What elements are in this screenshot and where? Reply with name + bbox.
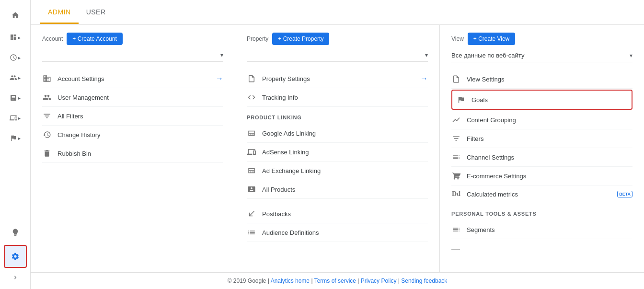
- rubbish-bin-label: Rubbish Bin: [58, 150, 223, 157]
- sidebar-icon-audience[interactable]: ▸: [1, 68, 30, 87]
- view-header-row: View + Create View: [451, 33, 632, 45]
- goals-icon: [456, 95, 466, 104]
- account-settings-label: Account Settings: [58, 75, 210, 82]
- main-area: ADMIN USER Account + Create Account ▾ Ac…: [31, 0, 644, 289]
- property-dropdown-arrow: ▾: [425, 52, 428, 58]
- more-indicator: —: [451, 244, 460, 254]
- tab-user[interactable]: USER: [79, 0, 114, 24]
- adsense-icon: [247, 148, 256, 156]
- view-label: View: [451, 35, 464, 42]
- content-grouping-icon: [451, 116, 461, 124]
- all-products-icon: [247, 185, 256, 194]
- account-column: Account + Create Account ▾ Account Setti…: [31, 25, 235, 272]
- property-header-row: Property + Create Property: [247, 33, 428, 45]
- sidebar-icon-settings[interactable]: [4, 245, 27, 268]
- privacy-policy-link[interactable]: Privacy Policy: [361, 277, 397, 284]
- audience-definitions-icon: [247, 228, 256, 237]
- account-settings-arrow: →: [216, 74, 223, 83]
- property-column: Property + Create Property ▾ Property Se…: [235, 25, 440, 272]
- sidebar-icon-goals[interactable]: ▸: [1, 128, 30, 148]
- view-dropdown-text: Все данные по веб-сайту: [451, 52, 630, 59]
- segments-label: Segments: [467, 226, 632, 233]
- menu-item-filters[interactable]: Filters: [451, 129, 632, 148]
- calculated-metrics-icon: Dd: [451, 190, 461, 198]
- view-settings-label: View Settings: [467, 76, 632, 83]
- account-header-row: Account + Create Account: [42, 33, 223, 45]
- tracking-info-label: Tracking Info: [262, 94, 428, 101]
- menu-item-google-ads[interactable]: Google Ads Linking: [247, 124, 428, 143]
- behavior-arrow: ▸: [18, 116, 21, 121]
- sidebar-icon-acquisition[interactable]: ▸: [1, 88, 30, 107]
- ecommerce-settings-label: E-commerce Settings: [467, 173, 632, 180]
- filters-label: Filters: [467, 135, 632, 142]
- acquisition-arrow: ▸: [18, 95, 21, 101]
- sidebar-icon-dashboard[interactable]: ▸: [1, 28, 30, 47]
- rubbish-bin-icon: [42, 149, 52, 158]
- product-linking-label: PRODUCT LINKING: [247, 115, 428, 120]
- menu-item-rubbish-bin[interactable]: Rubbish Bin: [42, 144, 223, 163]
- ad-exchange-icon: [247, 166, 256, 175]
- dashboard-arrow: ▸: [18, 35, 21, 40]
- reports-arrow: ▸: [18, 55, 21, 60]
- account-dropdown[interactable]: ▾: [42, 49, 223, 62]
- menu-item-segments[interactable]: Segments: [451, 220, 632, 239]
- postbacks-icon: [247, 209, 256, 218]
- property-dropdown[interactable]: ▾: [247, 49, 428, 62]
- menu-item-more: —: [451, 239, 632, 259]
- view-column: View + Create View Все данные по веб-сай…: [440, 25, 644, 272]
- menu-item-all-filters[interactable]: All Filters: [42, 107, 223, 126]
- channel-settings-icon: [451, 153, 461, 162]
- sidebar-bottom: [0, 221, 30, 289]
- view-dropdown-arrow: ▾: [630, 52, 632, 59]
- menu-item-calculated-metrics[interactable]: Dd Calculated metrics BETA: [451, 185, 632, 203]
- property-settings-icon: [247, 74, 256, 83]
- menu-item-change-history[interactable]: Change History: [42, 126, 223, 144]
- calculated-metrics-label: Calculated metrics: [467, 191, 610, 198]
- account-label: Account: [42, 35, 63, 42]
- menu-item-ecommerce-settings[interactable]: E-commerce Settings: [451, 167, 632, 185]
- view-dropdown[interactable]: Все данные по веб-сайту ▾: [451, 49, 632, 62]
- create-property-button[interactable]: + Create Property: [272, 33, 329, 45]
- segments-icon: [451, 225, 461, 234]
- sending-feedback-link[interactable]: Sending feedback: [401, 277, 447, 284]
- filters-icon: [451, 134, 461, 143]
- change-history-label: Change History: [58, 131, 223, 139]
- menu-item-tracking-info[interactable]: Tracking Info: [247, 88, 428, 107]
- terms-of-service-link[interactable]: Terms of service: [314, 277, 356, 284]
- user-management-icon: [42, 93, 52, 102]
- property-label: Property: [247, 35, 268, 42]
- adsense-label: AdSense Linking: [262, 149, 428, 156]
- menu-item-channel-settings[interactable]: Channel Settings: [451, 148, 632, 167]
- menu-item-adsense[interactable]: AdSense Linking: [247, 143, 428, 162]
- change-history-icon: [42, 130, 52, 139]
- top-tabs: ADMIN USER: [31, 0, 644, 25]
- all-filters-icon: [42, 112, 52, 120]
- account-dropdown-arrow: ▾: [220, 52, 223, 58]
- sidebar-icon-bulb[interactable]: [4, 221, 27, 244]
- menu-item-account-settings[interactable]: Account Settings →: [42, 69, 223, 88]
- menu-item-all-products[interactable]: All Products: [247, 180, 428, 199]
- menu-item-view-settings[interactable]: View Settings: [451, 70, 632, 89]
- account-settings-icon: [42, 74, 52, 83]
- goals-label: Goals: [472, 96, 628, 104]
- sidebar: ▸ ▸ ▸ ▸ ▸ ▸: [0, 0, 31, 289]
- goals-arrow: ▸: [18, 136, 21, 141]
- menu-item-postbacks[interactable]: Postbacks: [247, 205, 428, 223]
- sidebar-icon-home[interactable]: [4, 4, 27, 27]
- analytics-home-link[interactable]: Analytics home: [271, 277, 310, 284]
- audience-arrow: ▸: [18, 75, 21, 81]
- footer: © 2019 Google | Analytics home | Terms o…: [31, 272, 644, 289]
- sidebar-icon-behavior[interactable]: ▸: [1, 108, 30, 127]
- create-view-button[interactable]: + Create View: [468, 33, 516, 45]
- sidebar-icon-reports[interactable]: ▸: [1, 48, 30, 67]
- menu-item-audience-definitions[interactable]: Audience Definitions: [247, 223, 428, 242]
- menu-item-content-grouping[interactable]: Content Grouping: [451, 111, 632, 129]
- menu-item-goals[interactable]: Goals: [451, 90, 632, 110]
- menu-item-user-management[interactable]: User Management: [42, 88, 223, 107]
- create-account-button[interactable]: + Create Account: [67, 33, 122, 45]
- sidebar-expand-button[interactable]: [4, 270, 27, 285]
- content-grouping-label: Content Grouping: [467, 116, 632, 124]
- menu-item-property-settings[interactable]: Property Settings →: [247, 69, 428, 88]
- tab-admin[interactable]: ADMIN: [40, 0, 79, 24]
- menu-item-ad-exchange[interactable]: Ad Exchange Linking: [247, 162, 428, 180]
